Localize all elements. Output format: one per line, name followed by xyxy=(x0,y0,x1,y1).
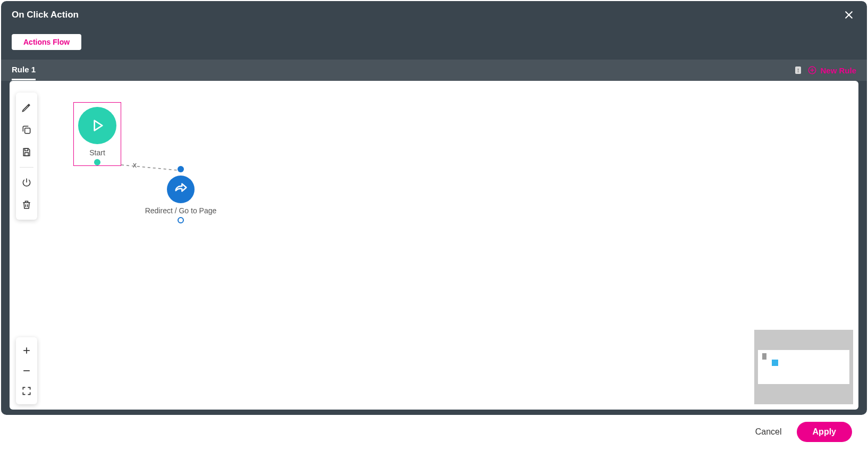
mode-bar: Actions Flow xyxy=(1,29,867,60)
node-toolbox xyxy=(16,93,37,220)
redirect-node-circle[interactable] xyxy=(167,176,195,203)
minimap[interactable] xyxy=(754,330,853,404)
start-node-label: Start xyxy=(89,148,105,157)
share-arrow-icon xyxy=(173,182,188,197)
zoom-out-button[interactable] xyxy=(17,361,36,381)
apply-button[interactable]: Apply xyxy=(797,422,852,442)
minus-icon xyxy=(21,365,32,376)
modal-title: On Click Action xyxy=(12,10,79,20)
modal-header: On Click Action xyxy=(1,1,867,29)
save-icon xyxy=(21,147,32,157)
plus-icon xyxy=(21,345,32,356)
actions-flow-tab[interactable]: Actions Flow xyxy=(12,34,81,50)
start-node-output-port[interactable] xyxy=(94,159,100,165)
modal-footer: Cancel Apply xyxy=(0,416,868,448)
new-rule-button[interactable]: New Rule xyxy=(807,65,856,75)
copy-icon xyxy=(21,124,32,135)
close-button[interactable] xyxy=(841,7,856,22)
svg-rect-8 xyxy=(25,153,29,156)
svg-rect-7 xyxy=(25,148,28,151)
svg-rect-6 xyxy=(25,128,30,134)
save-tool-button[interactable] xyxy=(17,141,36,163)
trash-icon xyxy=(21,199,32,210)
rule-warning-badge: ! xyxy=(795,66,802,74)
plus-circle-icon xyxy=(807,65,817,75)
redirect-node-output-port[interactable] xyxy=(178,217,184,223)
rule-tab-1[interactable]: Rule 1 xyxy=(12,60,36,80)
edit-tool-button[interactable] xyxy=(17,97,36,118)
toolbox-separator xyxy=(20,167,33,168)
start-node[interactable]: Start xyxy=(73,102,121,166)
power-icon xyxy=(21,177,32,188)
cancel-button[interactable]: Cancel xyxy=(755,427,782,437)
minimap-node-redirect xyxy=(772,360,778,366)
zoom-fit-button[interactable] xyxy=(17,381,36,401)
zoom-toolbox xyxy=(16,337,37,404)
on-click-action-modal: On Click Action Actions Flow Rule 1 ! Ne… xyxy=(1,1,867,415)
flow-canvas[interactable]: x Start Redirect / Go to Page xyxy=(10,81,858,410)
pencil-icon xyxy=(21,102,32,113)
svg-marker-5 xyxy=(95,121,103,131)
start-node-circle[interactable] xyxy=(78,107,116,144)
delete-tool-button[interactable] xyxy=(17,194,36,215)
new-rule-label: New Rule xyxy=(820,66,856,75)
fullscreen-icon xyxy=(21,386,32,396)
minimap-node-start xyxy=(762,353,766,360)
close-icon xyxy=(844,10,854,20)
redirect-node-label: Redirect / Go to Page xyxy=(145,206,217,215)
disable-tool-button[interactable] xyxy=(17,172,36,193)
rules-bar: Rule 1 ! New Rule xyxy=(1,60,867,81)
play-icon xyxy=(89,117,106,134)
redirect-node-input-port[interactable] xyxy=(178,166,184,172)
redirect-node[interactable]: Redirect / Go to Page xyxy=(133,166,229,223)
copy-tool-button[interactable] xyxy=(17,119,36,140)
zoom-in-button[interactable] xyxy=(17,340,36,361)
minimap-viewport xyxy=(758,350,849,384)
